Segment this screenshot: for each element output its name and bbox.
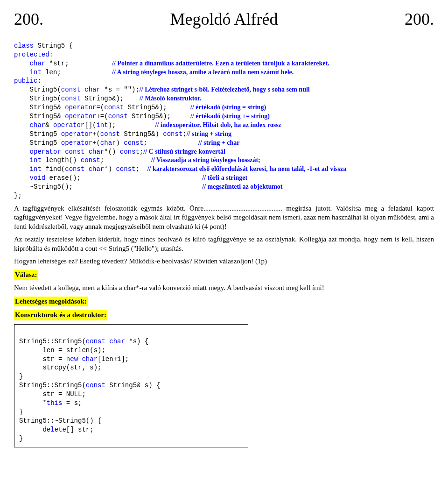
solution-code: String5::String5(const char *s) { len = … [19, 328, 243, 443]
kw-class: class [14, 42, 34, 50]
answer-heading: Válasz: [14, 270, 434, 280]
kw-public: public: [14, 77, 42, 85]
task-paragraph-2: Az osztály tesztelése közben kiderült, h… [14, 235, 434, 253]
page-header: 200. Megoldó Alfréd 200. [14, 9, 434, 29]
header-right: 200. [405, 9, 434, 29]
header-center: Megoldó Alfréd [170, 9, 278, 29]
answer-text: Nem tévedett a kollega, mert a kiírás a … [14, 283, 434, 293]
solution-code-box: String5::String5(const char *s) { len = … [14, 324, 248, 447]
solutions-heading: Lehetséges megoldások: [14, 297, 434, 307]
task-paragraph-1: A tagfüggvények elkészítését felosztottá… [14, 204, 434, 232]
task-paragraph-3: Hogyan lehetséges ez? Esetleg tévedett? … [14, 257, 434, 266]
kw-protected: protected: [14, 51, 53, 58]
header-left: 200. [14, 9, 43, 29]
class-declaration-code: class String5 { protected: char *str; //… [14, 33, 434, 200]
constructor-heading: Konsruktorok és a destruktor: [14, 310, 434, 320]
